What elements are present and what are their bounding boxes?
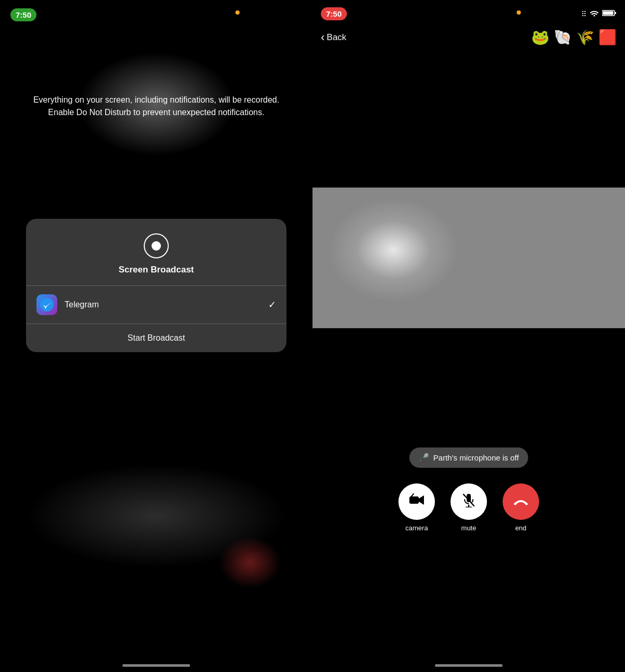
left-time: 7:50 <box>10 8 36 21</box>
start-broadcast-button[interactable]: Start Broadcast <box>26 324 286 352</box>
end-label: end <box>515 524 527 532</box>
broadcast-card: Screen Broadcast Telegram ✓ <box>26 219 286 352</box>
mic-off-badge: 🎤 Parth's microphone is off <box>409 447 528 468</box>
home-indicator-right <box>435 664 503 667</box>
grid-icon: ⠿ <box>581 10 586 18</box>
call-controls: camera mute <box>398 483 539 532</box>
mic-off-icon: 🎤 <box>419 453 429 463</box>
emoji-frog: 🐸 <box>531 29 549 46</box>
record-icon-inner <box>152 241 161 251</box>
camera-icon <box>409 493 424 511</box>
mic-off-label: Parth's microphone is off <box>433 453 519 462</box>
broadcast-title: Screen Broadcast <box>119 265 194 275</box>
home-indicator-left <box>122 664 190 667</box>
svg-rect-3 <box>615 12 617 14</box>
end-call-button[interactable]: end <box>503 483 539 532</box>
svg-point-0 <box>40 298 54 312</box>
svg-rect-4 <box>409 496 419 504</box>
mute-label: mute <box>461 524 477 532</box>
nav-app-icons: 🐸 🐚 🌾 🟥 <box>531 29 617 46</box>
chevron-left-icon: ‹ <box>321 32 324 43</box>
status-icons: ⠿ <box>581 9 617 18</box>
mute-button[interactable]: mute <box>451 483 487 532</box>
right-screen: 7:50 ⠿ ‹ Back � <box>312 0 625 672</box>
emoji-app-icon: 🟥 <box>598 29 617 46</box>
video-top-area <box>312 52 625 188</box>
video-middle-area <box>312 188 625 328</box>
back-label: Back <box>327 32 346 43</box>
back-button[interactable]: ‹ Back <box>321 32 346 43</box>
right-status-bar: 7:50 ⠿ <box>312 0 625 24</box>
camera-button[interactable]: camera <box>398 483 435 532</box>
glow-red-left <box>219 537 281 589</box>
camera-label: camera <box>405 524 428 532</box>
left-status-bar: 7:50 <box>10 8 302 21</box>
glow-bottom-left <box>26 464 286 568</box>
emoji-plant: 🌾 <box>576 29 594 46</box>
end-call-icon <box>513 494 529 510</box>
right-time: 7:50 <box>321 7 347 20</box>
app-name: Telegram <box>65 300 268 309</box>
video-glow <box>328 198 458 302</box>
record-icon <box>144 233 169 258</box>
left-screen: 7:50 Everything on your screen, includin… <box>0 0 312 672</box>
app-row[interactable]: Telegram ✓ <box>26 286 286 323</box>
svg-rect-2 <box>603 11 614 15</box>
wifi-icon <box>590 9 599 18</box>
telegram-icon <box>36 294 57 315</box>
orange-dot-left <box>235 10 240 15</box>
screen-record-description: Everything on your screen, including not… <box>31 94 281 119</box>
mute-circle <box>451 483 487 520</box>
end-circle <box>503 483 539 520</box>
battery-icon <box>602 9 617 18</box>
checkmark-icon: ✓ <box>268 299 276 310</box>
camera-circle <box>398 483 435 520</box>
mute-icon <box>462 493 476 511</box>
nav-bar: ‹ Back 🐸 🐚 🌾 🟥 <box>312 24 625 52</box>
emoji-snail: 🐚 <box>554 29 572 46</box>
video-bottom-area: 🎤 Parth's microphone is off camera <box>312 328 625 672</box>
orange-dot-right <box>517 10 521 15</box>
broadcast-card-header: Screen Broadcast <box>26 219 286 285</box>
